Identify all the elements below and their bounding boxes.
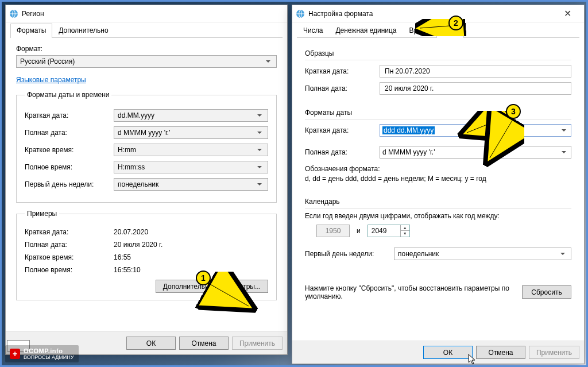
long-time-select[interactable]: H:mm:ss: [114, 161, 268, 173]
first-day-label: Первый день недели:: [305, 250, 394, 258]
long-time-label: Полное время:: [25, 163, 114, 171]
ex-long-time-label: Полное время:: [25, 266, 114, 274]
reset-button[interactable]: Сбросить: [522, 285, 571, 299]
panel-body: Образцы Краткая дата:Пн 20.07.2020 Полна…: [292, 38, 584, 341]
tab-currency[interactable]: Денежная единица: [329, 24, 403, 37]
tab-advanced[interactable]: Дополнительно: [52, 24, 114, 37]
short-time-select[interactable]: H:mm: [114, 144, 268, 156]
ex-short-time-label: Краткое время:: [25, 253, 114, 261]
year-and: и: [357, 227, 361, 235]
date-formats-title: Форматы даты: [305, 109, 571, 119]
ok-button[interactable]: ОК: [423, 346, 473, 359]
close-icon: ✕: [564, 8, 571, 19]
year-from: 1950: [316, 225, 350, 237]
cancel-button[interactable]: Отмена: [476, 346, 525, 359]
format-legend: Обозначения формата: d, dd = день ddd, d…: [305, 164, 571, 184]
samples-title: Образцы: [305, 49, 571, 60]
ex-long-date-value: 20 июля 2020 г.: [114, 241, 163, 249]
format-select[interactable]: Русский (Россия): [16, 55, 277, 68]
watermark: + OCOMP.info ВОПРОСЫ АДМИНУ: [5, 345, 79, 362]
year-to-spinner[interactable]: 2049 ▲▼: [368, 225, 410, 237]
tab-formats[interactable]: Форматы: [10, 24, 52, 38]
ok-button[interactable]: ОК: [126, 337, 176, 350]
annotation-arrow-1: [174, 272, 277, 318]
short-time-label: Краткое время:: [25, 146, 114, 154]
svg-line-7: [467, 115, 510, 133]
ex-short-time-value: 16:55: [114, 253, 131, 261]
tabs: Форматы Дополнительно: [10, 24, 283, 38]
annotation-arrow-3: [455, 111, 524, 168]
spin-down-icon[interactable]: ▼: [400, 231, 409, 237]
watermark-line2: ВОПРОСЫ АДМИНУ: [24, 354, 74, 360]
reset-note: Нажмите кнопку "Сбросить", чтобы восстан…: [305, 284, 510, 300]
short-date-label: Краткая дата:: [25, 111, 114, 119]
calendar-line: Если год введен двумя цифрами, отображат…: [305, 212, 571, 220]
long-date-select[interactable]: d MMMM yyyy 'г.': [114, 126, 268, 139]
first-day-select[interactable]: понедельник: [394, 248, 571, 260]
sample-long-label: Полная дата:: [305, 84, 380, 92]
spin-up-icon[interactable]: ▲: [400, 225, 409, 231]
watermark-line1: OCOMP.info: [24, 347, 74, 354]
examples-legend: Примеры: [25, 210, 59, 218]
ex-long-time-value: 16:55:10: [114, 266, 141, 274]
window-title: Настройка формата: [308, 10, 555, 18]
short-date-select[interactable]: dd.MM.yyyy: [114, 109, 268, 122]
ex-short-date-value: 20.07.2020: [114, 228, 148, 236]
titlebar: Регион: [6, 5, 287, 22]
ex-long-date-label: Полная дата:: [25, 241, 114, 249]
datetime-formats-group: Форматы даты и времени Краткая дата:dd.M…: [16, 91, 277, 203]
dialog-footer: ОК Отмена Применить: [292, 341, 584, 364]
window-title: Регион: [22, 10, 284, 18]
first-day-select[interactable]: понедельник: [114, 178, 268, 191]
apply-button[interactable]: Применить: [232, 337, 283, 350]
tab-numbers[interactable]: Числа: [297, 24, 329, 37]
calendar-title: Календарь: [305, 198, 571, 208]
svg-line-3: [206, 282, 249, 306]
sample-short-label: Краткая дата:: [305, 67, 380, 75]
apply-button[interactable]: Применить: [529, 346, 579, 359]
df-short-label: Краткая дата:: [305, 126, 380, 134]
close-button[interactable]: ✕: [555, 6, 581, 22]
globe-icon: [296, 9, 305, 18]
globe-icon: [9, 9, 18, 18]
first-day-label: Первый день недели:: [25, 180, 114, 188]
watermark-icon: +: [10, 349, 20, 359]
svg-line-9: [490, 119, 513, 158]
format-label: Формат:: [16, 45, 277, 53]
sample-short-value: Пн 20.07.2020: [380, 65, 571, 78]
annotation-badge-2: 2: [448, 16, 463, 30]
ex-short-date-label: Краткая дата:: [25, 228, 114, 236]
annotation-badge-3: 3: [506, 104, 521, 119]
cancel-button[interactable]: Отмена: [179, 337, 229, 350]
language-settings-link[interactable]: Языковые параметры: [16, 76, 86, 84]
long-date-label: Полная дата:: [25, 129, 114, 137]
annotation-arrow-2: [415, 19, 473, 36]
df-long-label: Полная дата:: [305, 148, 380, 156]
format-settings-window: Настройка формата ✕ Числа Денежная едини…: [292, 5, 585, 364]
sample-long-value: 20 июля 2020 г.: [380, 82, 571, 95]
datetime-formats-legend: Форматы даты и времени: [25, 91, 111, 99]
annotation-badge-1: 1: [196, 271, 211, 285]
